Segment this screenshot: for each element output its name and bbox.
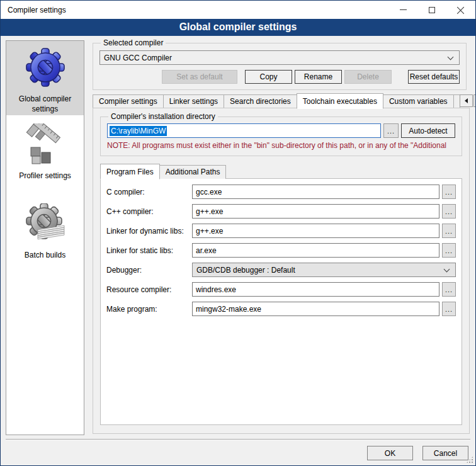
browse-button[interactable]: ... xyxy=(442,185,456,199)
compiler-settings-dialog: Compiler settings Global compiler settin… xyxy=(0,0,476,466)
minimize-icon xyxy=(400,9,407,10)
dialog-body: Global compiler settings xyxy=(1,36,475,465)
field-label: C++ compiler: xyxy=(106,207,192,216)
field-label: Linker for dynamic libs: xyxy=(106,227,192,236)
sidebar-item-global-compiler-settings[interactable]: Global compiler settings xyxy=(6,41,84,115)
installation-directory-row: C:\raylib\MinGW ... Auto-detect xyxy=(107,123,455,138)
tab-scroll-left-button[interactable] xyxy=(460,94,473,107)
blue-gear-icon xyxy=(25,47,65,88)
sidebar-item-label: Batch builds xyxy=(10,251,81,261)
footer-buttons: OK Cancel xyxy=(367,446,468,460)
rename-button[interactable]: Rename xyxy=(295,70,342,84)
make-program-input[interactable] xyxy=(192,302,439,316)
cancel-button[interactable]: Cancel xyxy=(422,446,468,460)
ok-button[interactable]: OK xyxy=(367,446,413,460)
program-tabstrip: Program Files Additional Paths xyxy=(100,163,462,179)
tab-program-files[interactable]: Program Files xyxy=(100,164,160,179)
linker-dynamic-input[interactable] xyxy=(192,224,439,238)
sidebar-item-batch-builds[interactable]: Batch builds xyxy=(6,197,84,269)
installation-directory-input[interactable]: C:\raylib\MinGW xyxy=(107,123,381,138)
field-label: Resource compiler: xyxy=(106,285,192,294)
directory-browse-button[interactable]: ... xyxy=(383,123,399,138)
tab-linker-settings[interactable]: Linker settings xyxy=(163,94,224,108)
row-make-program: Make program: ... xyxy=(106,302,456,316)
auto-detect-button[interactable]: Auto-detect xyxy=(401,123,455,138)
compiler-select-value: GNU GCC Compiler xyxy=(104,54,172,62)
row-linker-static: Linker for static libs: ... xyxy=(106,243,456,258)
tab-scroll-buttons xyxy=(460,94,476,107)
close-icon xyxy=(457,6,465,14)
compiler-select[interactable]: GNU GCC Compiler xyxy=(99,50,460,65)
reset-defaults-button[interactable]: Reset defaults xyxy=(408,70,460,84)
browse-button[interactable]: ... xyxy=(442,224,456,238)
sidebar-item-label: Global compiler settings xyxy=(10,94,81,114)
chevron-down-icon xyxy=(444,266,450,272)
selected-compiler-legend: Selected compiler xyxy=(101,38,166,47)
settings-category-list: Global compiler settings xyxy=(6,40,84,435)
tab-custom-variables[interactable]: Custom variables xyxy=(383,94,454,108)
toolchain-executables-page: Compiler's installation directory C:\ray… xyxy=(93,108,470,434)
tab-search-directories[interactable]: Search directories xyxy=(224,94,297,108)
browse-button[interactable]: ... xyxy=(442,282,456,297)
c-compiler-input[interactable] xyxy=(192,185,439,199)
maximize-button[interactable] xyxy=(417,1,446,19)
resource-compiler-input[interactable] xyxy=(192,282,439,297)
field-label: C compiler: xyxy=(106,188,192,196)
debugger-select-value: GDB/CDB debugger : Default xyxy=(196,266,295,275)
tab-additional-paths[interactable]: Additional Paths xyxy=(159,165,227,179)
tab-toolchain-executables[interactable]: Toolchain executables xyxy=(297,93,383,109)
row-cpp-compiler: C++ compiler: ... xyxy=(106,204,456,219)
browse-button[interactable]: ... xyxy=(442,204,456,219)
installation-directory-group: Compiler's installation directory C:\ray… xyxy=(100,112,462,156)
arrow-left-icon xyxy=(462,98,468,103)
installation-directory-value: C:\raylib\MinGW xyxy=(110,126,167,136)
gray-gear-stack-icon xyxy=(25,203,65,244)
tab-scroll-right-button[interactable] xyxy=(473,94,476,107)
browse-button[interactable]: ... xyxy=(442,302,456,316)
field-label: Linker for static libs: xyxy=(106,246,192,255)
maximize-icon xyxy=(429,7,435,13)
field-label: Make program: xyxy=(106,305,192,314)
cpp-compiler-input[interactable] xyxy=(192,204,439,219)
minimize-button[interactable] xyxy=(388,1,417,19)
browse-button[interactable]: ... xyxy=(442,243,456,258)
sidebar-item-profiler-settings[interactable]: Profiler settings xyxy=(6,118,84,191)
window-controls xyxy=(388,1,475,19)
program-files-page: C compiler: ... C++ compiler: ... Linker… xyxy=(100,178,462,425)
field-label: Debugger: xyxy=(106,266,192,275)
linker-static-input[interactable] xyxy=(192,243,439,258)
set-as-default-button[interactable]: Set as default xyxy=(162,70,237,84)
row-linker-dynamic: Linker for dynamic libs: ... xyxy=(106,224,456,238)
delete-button[interactable]: Delete xyxy=(344,70,392,84)
row-resource-compiler: Resource compiler: ... xyxy=(106,282,456,297)
row-debugger: Debugger: GDB/CDB debugger : Default xyxy=(106,263,456,277)
caliper-icon xyxy=(25,123,65,165)
copy-button[interactable]: Copy xyxy=(245,70,292,84)
tab-compiler-settings[interactable]: Compiler settings xyxy=(93,94,164,108)
window-title: Compiler settings xyxy=(8,6,66,14)
chevron-down-icon xyxy=(448,54,454,60)
debugger-select[interactable]: GDB/CDB debugger : Default xyxy=(192,263,456,277)
footer-divider xyxy=(6,439,470,440)
bin-subdirectory-note: NOTE: All programs must exist either in … xyxy=(107,141,455,150)
row-c-compiler: C compiler: ... xyxy=(106,185,456,199)
close-button[interactable] xyxy=(446,1,475,19)
page-title: Global compiler settings xyxy=(1,19,475,36)
selected-compiler-group: Selected compiler GNU GCC Compiler Set a… xyxy=(93,38,467,90)
compiler-buttons: Set as default Copy Rename Delete Reset … xyxy=(99,70,460,84)
settings-tabstrip: Compiler settings Linker settings Search… xyxy=(93,93,470,108)
installation-directory-legend: Compiler's installation directory xyxy=(108,112,218,121)
sidebar-item-label: Profiler settings xyxy=(10,171,81,181)
titlebar: Compiler settings xyxy=(1,1,475,19)
